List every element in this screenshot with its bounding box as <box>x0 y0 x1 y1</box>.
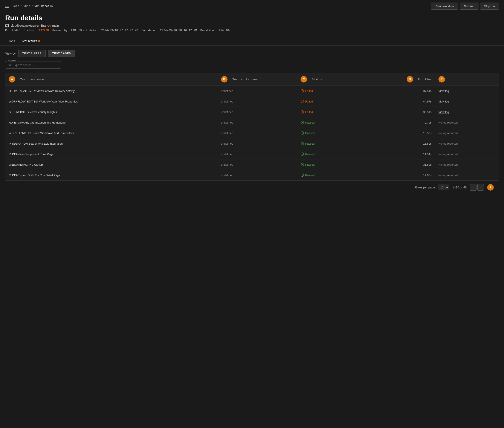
main-content: View by TEST SUITES TEST CASES Search A … <box>0 46 504 198</box>
breadcrumb-home[interactable]: Home <box>12 5 19 8</box>
passed-icon <box>301 152 304 156</box>
passed-icon <box>301 142 304 145</box>
log-cell: No log reported <box>435 149 499 159</box>
no-log-text: No log reported <box>439 153 458 156</box>
svg-point-10 <box>301 132 304 134</box>
run-time: 31.80s <box>366 159 435 170</box>
no-log-text: No log reported <box>439 121 458 124</box>
branch-info: Branch: main <box>41 24 59 27</box>
search-icon <box>8 63 11 67</box>
page-info: 1–10 of 48 <box>452 186 467 189</box>
test-status: Failed <box>297 86 366 96</box>
annotation-E: E <box>439 76 445 82</box>
table-row: WORKFLOW-EDIT-View Workflows And Run Det… <box>5 128 499 138</box>
run-time: 15.50s <box>366 138 435 149</box>
svg-point-14 <box>301 174 304 176</box>
tab-test-results[interactable]: Test results <box>18 37 44 45</box>
status-badge: FAILED <box>39 29 49 32</box>
failed-icon <box>301 110 304 114</box>
test-status: Passed <box>297 117 366 128</box>
repo-info: cloudbees/nextgen-ui Branch: main <box>5 24 499 27</box>
test-case-name: ONBOARDING-Pre-GitHub <box>5 159 218 170</box>
status-text: Passed <box>305 163 315 166</box>
test-suite-name: undefined <box>218 107 297 117</box>
table-row: SEC-INSIGHTS-View Security Insightsundef… <box>5 107 499 117</box>
log-cell: No log reported <box>435 159 499 170</box>
status-text: Passed <box>305 174 315 177</box>
separator-2: / <box>31 5 33 8</box>
new-run-button[interactable]: New run <box>460 3 478 10</box>
log-cell[interactable]: View log <box>435 86 499 96</box>
breadcrumb-runs[interactable]: Runs <box>24 5 30 8</box>
table-row: ONBOARDING-Pre-GitHubundefinedPassed31.8… <box>5 159 499 170</box>
test-cases-table: A Test case name B Test suite name C Sta… <box>5 73 499 181</box>
view-test-suites-button[interactable]: TEST SUITES <box>18 50 46 57</box>
search-input-wrap <box>5 61 61 68</box>
status-text: Passed <box>305 132 315 135</box>
page-title: Run details <box>5 14 499 22</box>
github-icon <box>5 24 9 27</box>
test-case-name: DELIVERY-ACTIVITY-View Software Delivery… <box>5 86 218 96</box>
annotation-C: C <box>301 76 307 82</box>
rows-per-page-select[interactable]: 10 25 50 <box>438 185 449 190</box>
status-text: Passed <box>305 153 315 156</box>
view-log-link[interactable]: View log <box>439 89 449 93</box>
duration-label: Duration: <box>200 29 215 32</box>
log-cell[interactable]: View log <box>435 96 499 107</box>
test-suite-name: undefined <box>218 96 297 107</box>
no-log-text: No log reported <box>439 132 458 135</box>
run-time: 37.54s <box>366 86 435 96</box>
passed-icon <box>301 121 304 124</box>
test-status: Failed <box>297 107 366 117</box>
run-time: 16.30s <box>366 128 435 138</box>
log-cell[interactable]: View log <box>435 107 499 117</box>
svg-point-9 <box>301 121 304 124</box>
rerun-workflow-button[interactable]: Rerun workflow <box>431 3 458 10</box>
search-input[interactable] <box>13 63 58 67</box>
run-time: 44.97s <box>366 96 435 107</box>
annotation-D: D <box>407 76 413 82</box>
test-suite-name: undefined <box>218 117 297 128</box>
menu-icon[interactable] <box>5 5 9 8</box>
top-bar: Home / Runs / Run Details Rerun workflow… <box>0 0 504 12</box>
tab-jobs[interactable]: Jobs <box>5 37 18 45</box>
repo-name: cloudbees/nextgen-ui <box>11 24 39 27</box>
tab-test-results-label: Test results <box>22 39 37 43</box>
test-status: Passed <box>297 138 366 149</box>
run-time: 36.51s <box>366 107 435 117</box>
stop-run-button[interactable]: Stop run <box>480 3 499 10</box>
annotation-F: F <box>487 184 494 190</box>
passed-icon <box>301 173 304 177</box>
test-suite-name: undefined <box>218 128 297 138</box>
view-test-cases-button[interactable]: TEST CASES <box>48 50 75 57</box>
view-log-link[interactable]: View log <box>439 110 449 114</box>
view-log-link[interactable]: View log <box>439 100 449 103</box>
next-page-button[interactable]: › <box>477 184 484 190</box>
svg-point-5 <box>302 102 302 102</box>
svg-point-12 <box>301 153 304 155</box>
test-suite-name: undefined <box>218 159 297 170</box>
svg-point-2 <box>302 91 302 91</box>
svg-point-11 <box>301 142 304 145</box>
test-suite-name: undefined <box>218 170 297 181</box>
start-date: 2024/09/18 07:47:02 PM <box>101 29 138 32</box>
pagination: Rows per page: 10 25 50 1–10 of 48 ‹ › F <box>5 181 499 194</box>
status-text: Failed <box>305 110 313 114</box>
status-text: Passed <box>305 121 315 124</box>
tabs-bar: Jobs Test results <box>0 37 504 46</box>
failed-icon <box>301 100 304 103</box>
test-case-name: RUNS-View Any Organization and Homepage <box>5 117 218 128</box>
rows-per-page: Rows per page: 10 25 50 <box>415 185 449 190</box>
status-label: Status: <box>24 29 35 32</box>
status-text: Failed <box>305 100 313 103</box>
run-number: Run #8475 <box>5 29 20 32</box>
run-time: 19.06s <box>366 170 435 181</box>
duration: 29m 40s <box>219 29 231 32</box>
rows-per-page-label: Rows per page: <box>415 186 436 189</box>
run-time: 11.54s <box>366 149 435 159</box>
test-case-name: INTEGRATION-Search And Edit Integration <box>5 138 218 149</box>
prev-page-button[interactable]: ‹ <box>470 184 477 190</box>
test-case-name: WORKFLOW-EDIT-View Workflows And Run Det… <box>5 128 218 138</box>
test-status: Failed <box>297 96 366 107</box>
test-status: Passed <box>297 170 366 181</box>
